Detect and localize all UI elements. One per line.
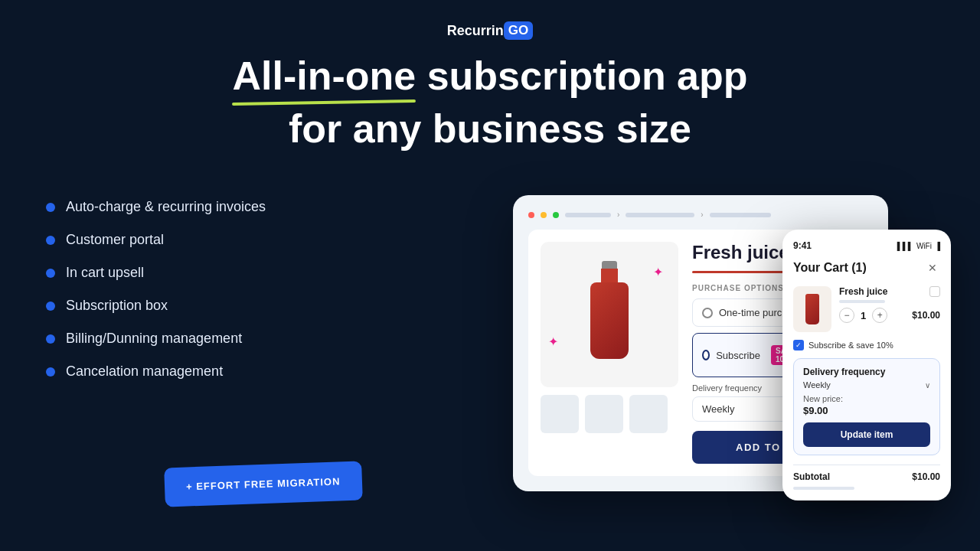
cart-item: Fresh juice − 1 + $10.00: [793, 286, 940, 332]
qty-minus-button[interactable]: −: [839, 308, 854, 323]
logo: RecurrinGO: [447, 21, 533, 40]
logo-text: Recurrin: [447, 23, 504, 39]
thumbnail-1[interactable]: [541, 395, 579, 433]
chevron-right-icon-2: ›: [701, 210, 703, 219]
subtotal-label: Subtotal: [793, 471, 830, 482]
product-main-image: ✦ ✦: [541, 242, 678, 387]
mobile-time: 9:41: [793, 240, 812, 251]
subtotal-bar: [793, 487, 854, 490]
thumbnail-2[interactable]: [585, 395, 623, 433]
thumbnail-3[interactable]: [629, 395, 668, 433]
sparkle-icon-2: ✦: [548, 334, 558, 349]
cart-item-name: Fresh juice: [839, 286, 887, 297]
product-image-area: ✦ ✦: [541, 242, 678, 464]
feature-item-4: Subscription box: [46, 298, 266, 314]
feature-item-6: Cancelation management: [46, 364, 266, 380]
update-item-button[interactable]: Update item: [803, 422, 930, 447]
subscribe-checkbox[interactable]: ✓: [793, 340, 804, 350]
delivery-card-title: Delivery frequency: [803, 367, 930, 377]
delivery-freq-row: Weekly ∨: [803, 380, 930, 390]
headline-line1-part2: subscription app: [416, 54, 747, 98]
cart-item-info: Fresh juice − 1 + $10.00: [839, 286, 940, 332]
delivery-card: Delivery frequency Weekly ∨ New price: $…: [793, 358, 940, 455]
new-price-value: $9.00: [803, 405, 930, 416]
cart-item-bar: [839, 300, 885, 303]
bottle-cap: [602, 261, 617, 269]
subtotal-value: $10.00: [912, 471, 940, 482]
feature-item-5: Billing/Dunning management: [46, 331, 266, 347]
headline-line1: All-in-one subscription app: [0, 54, 980, 99]
delivery-freq-value: Weekly: [702, 403, 734, 415]
browser-dot-red: [528, 212, 534, 218]
chevron-right-icon: ›: [617, 210, 619, 219]
browser-dot-yellow: [541, 212, 547, 218]
qty-controls: − 1 +: [839, 308, 887, 323]
subscribe-row: ✓ Subscribe & save 10%: [793, 340, 940, 350]
bullet-icon: [46, 334, 55, 344]
cart-item-price: $10.00: [912, 310, 940, 321]
mobile-status-icons: ▌▌▌ WiFi ▐: [897, 242, 940, 250]
item-checkbox[interactable]: [929, 286, 940, 297]
radio-subscribe[interactable]: [702, 350, 710, 360]
bottle-neck: [601, 269, 618, 282]
radio-one-time[interactable]: [702, 308, 713, 318]
sparkle-icon-1: ✦: [653, 265, 663, 279]
bottle-body: [590, 282, 629, 359]
mobile-mockup: 9:41 ▌▌▌ WiFi ▐ Your Cart (1) ✕ Fresh ju…: [782, 230, 951, 500]
wifi-icon: WiFi: [916, 242, 932, 250]
features-list: Auto-charge & recurring invoices Custome…: [46, 199, 266, 396]
bullet-icon: [46, 367, 55, 377]
thumbnail-row: [541, 395, 678, 433]
cart-item-image: [793, 286, 831, 332]
browser-dot-green: [553, 212, 559, 218]
browser-line-3: [710, 213, 771, 217]
mini-bottle: [805, 294, 819, 324]
cart-title: Your Cart (1): [793, 261, 867, 275]
cart-header: Your Cart (1) ✕: [793, 260, 940, 276]
headline-underline: All-in-one: [232, 54, 416, 99]
delivery-freq-val: Weekly: [803, 380, 831, 390]
subtotal-row: Subtotal $10.00: [793, 465, 940, 482]
qty-plus-button[interactable]: +: [872, 308, 887, 323]
mobile-status-bar: 9:41 ▌▌▌ WiFi ▐: [793, 240, 940, 251]
headline-line2: for any business size: [0, 106, 980, 152]
close-button[interactable]: ✕: [925, 260, 940, 276]
bullet-icon: [46, 269, 55, 278]
qty-number: 1: [861, 310, 866, 321]
logo-go: GO: [504, 21, 533, 40]
browser-line-1: [565, 213, 611, 217]
bullet-icon: [46, 236, 55, 245]
browser-bar: › ›: [528, 210, 873, 219]
header: RecurrinGO All-in-one subscription app f…: [0, 0, 980, 152]
bullet-icon: [46, 302, 55, 311]
feature-item-3: In cart upsell: [46, 265, 266, 281]
bullet-icon: [46, 203, 55, 212]
feature-item-2: Customer portal: [46, 232, 266, 248]
chevron-down-icon[interactable]: ∨: [925, 381, 930, 390]
feature-item-1: Auto-charge & recurring invoices: [46, 199, 266, 215]
option-subscribe-label: Subscribe: [716, 350, 760, 361]
browser-line-2: [626, 213, 694, 217]
subscribe-label: Subscribe & save 10%: [808, 341, 893, 350]
signal-icon: ▌▌▌: [897, 242, 913, 250]
battery-icon: ▐: [935, 242, 940, 250]
migration-button[interactable]: + EFFORT FREE MIGRATION: [164, 461, 362, 507]
cart-item-qty-row: − 1 + $10.00: [839, 308, 940, 323]
juice-bottle: [586, 261, 632, 368]
new-price-label: New price:: [803, 394, 930, 403]
